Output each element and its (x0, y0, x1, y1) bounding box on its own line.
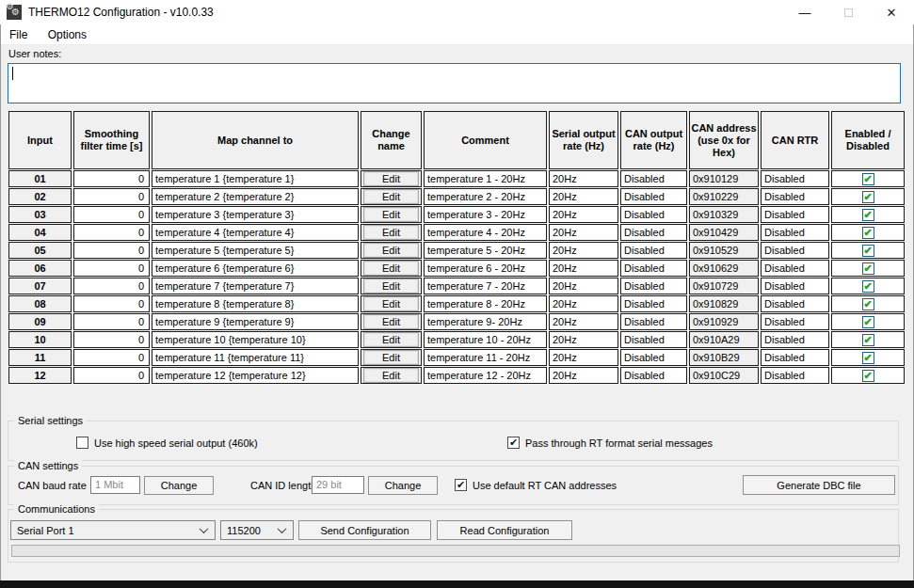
can-rate-cell[interactable]: Disabled (620, 349, 687, 366)
can-rate-cell[interactable]: Disabled (620, 331, 687, 348)
serial-rate-cell[interactable]: 20Hz (549, 278, 618, 294)
can-rate-cell[interactable]: Disabled (620, 170, 687, 187)
map-channel-cell[interactable]: temperature 6 {temperature 6} (152, 260, 359, 277)
serial-rate-cell[interactable]: 20Hz (549, 242, 618, 259)
can-rate-cell[interactable]: Disabled (620, 278, 687, 294)
can-rtr-cell[interactable]: Disabled (761, 295, 829, 312)
read-configuration-button[interactable]: Read Configuration (437, 520, 572, 540)
serial-rate-cell[interactable]: 20Hz (549, 170, 618, 187)
pass-through-checkbox[interactable]: ✔ (507, 437, 520, 449)
menu-file[interactable]: File (1, 24, 36, 45)
map-channel-cell[interactable]: temperature 5 {temperature 5} (152, 242, 359, 259)
serial-rate-cell[interactable]: 20Hz (549, 206, 618, 223)
edit-button[interactable]: Edit (363, 278, 419, 294)
map-channel-cell[interactable]: temperature 12 {temperature 12} (152, 367, 359, 384)
baud-select[interactable]: 115200 (220, 520, 294, 540)
can-address-cell[interactable]: 0x910229 (689, 188, 759, 205)
edit-button[interactable]: Edit (363, 332, 419, 347)
serial-port-select[interactable]: Serial Port 1 (10, 520, 216, 540)
enabled-checkbox[interactable]: ✔ (862, 173, 874, 185)
smoothing-cell[interactable]: 0 (73, 313, 150, 330)
can-rate-cell[interactable]: Disabled (620, 260, 687, 277)
edit-button[interactable]: Edit (363, 171, 419, 186)
enabled-checkbox[interactable]: ✔ (862, 352, 874, 364)
comment-cell[interactable]: temperature 10 - 20Hz (424, 331, 547, 348)
enabled-checkbox[interactable]: ✔ (862, 316, 874, 328)
comment-cell[interactable]: temperature 6 - 20Hz (424, 260, 547, 277)
can-rtr-cell[interactable]: Disabled (761, 170, 829, 187)
can-rtr-cell[interactable]: Disabled (761, 367, 829, 384)
comment-cell[interactable]: temperature 12 - 20Hz (424, 367, 547, 384)
can-baud-rate-field[interactable]: 1 Mbit (90, 476, 140, 494)
map-channel-cell[interactable]: temperature 4 {temperature 4} (152, 224, 359, 241)
map-channel-cell[interactable]: temperature 10 {temperature 10} (152, 331, 359, 348)
can-rate-cell[interactable]: Disabled (620, 367, 687, 384)
serial-rate-cell[interactable]: 20Hz (549, 367, 618, 384)
can-id-length-field[interactable]: 29 bit (312, 476, 364, 494)
edit-button[interactable]: Edit (363, 189, 419, 204)
can-address-cell[interactable]: 0x910729 (689, 278, 759, 294)
can-address-cell[interactable]: 0x910B29 (689, 349, 759, 366)
smoothing-cell[interactable]: 0 (73, 278, 150, 294)
can-address-cell[interactable]: 0x910A29 (689, 331, 759, 348)
map-channel-cell[interactable]: temperature 1 {temperature 1} (152, 170, 359, 187)
enabled-checkbox[interactable]: ✔ (862, 334, 874, 346)
can-rtr-cell[interactable]: Disabled (761, 260, 829, 277)
comment-cell[interactable]: temperature 9- 20Hz (424, 313, 547, 330)
can-rate-cell[interactable]: Disabled (620, 242, 687, 259)
smoothing-cell[interactable]: 0 (73, 367, 150, 384)
comment-cell[interactable]: temperature 4 - 20Hz (424, 224, 547, 241)
comment-cell[interactable]: temperature 8 - 20Hz (424, 295, 547, 312)
serial-rate-cell[interactable]: 20Hz (549, 260, 618, 277)
enabled-checkbox[interactable]: ✔ (862, 298, 874, 310)
can-address-cell[interactable]: 0x910429 (689, 224, 759, 241)
can-rtr-cell[interactable]: Disabled (761, 224, 829, 241)
serial-rate-cell[interactable]: 20Hz (549, 188, 618, 205)
minimize-button[interactable]: — (783, 0, 826, 24)
can-rate-cell[interactable]: Disabled (620, 188, 687, 205)
serial-rate-cell[interactable]: 20Hz (549, 349, 618, 366)
can-rtr-cell[interactable]: Disabled (761, 278, 829, 294)
can-address-cell[interactable]: 0x910129 (689, 170, 759, 187)
comment-cell[interactable]: temperature 11 - 20Hz (424, 349, 547, 366)
can-rtr-cell[interactable]: Disabled (761, 313, 829, 330)
smoothing-cell[interactable]: 0 (73, 349, 150, 366)
can-address-cell[interactable]: 0x910629 (689, 260, 759, 277)
send-configuration-button[interactable]: Send Configuration (298, 520, 431, 540)
edit-button[interactable]: Edit (363, 207, 419, 222)
comment-cell[interactable]: temperature 3 - 20Hz (424, 206, 547, 223)
smoothing-cell[interactable]: 0 (73, 206, 150, 223)
can-address-cell[interactable]: 0x910C29 (689, 367, 759, 384)
enabled-checkbox[interactable]: ✔ (862, 227, 874, 239)
smoothing-cell[interactable]: 0 (73, 260, 150, 277)
comment-cell[interactable]: temperature 2 - 20Hz (424, 188, 547, 205)
can-address-cell[interactable]: 0x910929 (689, 313, 759, 330)
smoothing-cell[interactable]: 0 (73, 188, 150, 205)
smoothing-cell[interactable]: 0 (73, 170, 150, 187)
high-speed-checkbox[interactable] (76, 437, 88, 449)
serial-rate-cell[interactable]: 20Hz (549, 313, 618, 330)
can-address-cell[interactable]: 0x910529 (689, 242, 759, 259)
can-rtr-cell[interactable]: Disabled (761, 349, 829, 366)
comment-cell[interactable]: temperature 1 - 20Hz (424, 170, 547, 187)
change-baud-rate-button[interactable]: Change (144, 476, 214, 495)
can-rtr-cell[interactable]: Disabled (761, 242, 829, 259)
map-channel-cell[interactable]: temperature 2 {temperature 2} (152, 188, 359, 205)
map-channel-cell[interactable]: temperature 3 {temperature 3} (152, 206, 359, 223)
use-default-checkbox[interactable]: ✔ (455, 479, 467, 491)
enabled-checkbox[interactable]: ✔ (862, 370, 874, 382)
generate-dbc-button[interactable]: Generate DBC file (743, 475, 895, 495)
can-rtr-cell[interactable]: Disabled (761, 206, 829, 223)
comment-cell[interactable]: temperature 5 - 20Hz (424, 242, 547, 259)
serial-rate-cell[interactable]: 20Hz (549, 295, 618, 312)
edit-button[interactable]: Edit (363, 368, 419, 383)
can-rate-cell[interactable]: Disabled (620, 295, 687, 312)
smoothing-cell[interactable]: 0 (73, 295, 150, 312)
menu-options[interactable]: Options (40, 24, 95, 45)
smoothing-cell[interactable]: 0 (73, 224, 150, 241)
edit-button[interactable]: Edit (363, 314, 419, 329)
edit-button[interactable]: Edit (363, 296, 419, 311)
edit-button[interactable]: Edit (363, 243, 419, 258)
can-rtr-cell[interactable]: Disabled (761, 188, 829, 205)
can-address-cell[interactable]: 0x910329 (689, 206, 759, 223)
